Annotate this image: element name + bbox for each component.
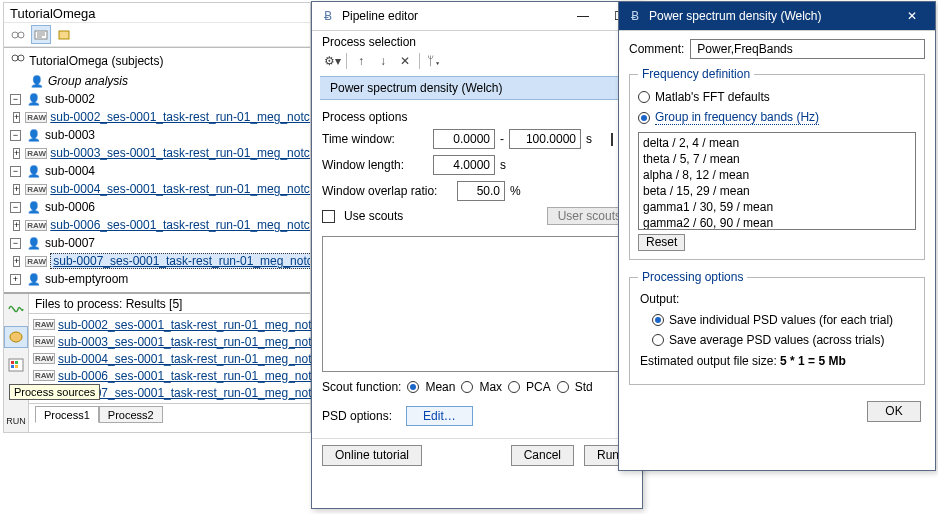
delete-icon[interactable]: ✕ [395,52,415,70]
svg-point-6 [10,332,22,342]
list-item[interactable]: RAWsub-0002_ses-0001_task-rest_run-01_me… [33,316,324,333]
toolbar-btn-3[interactable] [54,25,74,44]
matlab-fft-row[interactable]: Matlab's FFT defaults [638,87,916,107]
ok-button[interactable]: OK [867,401,921,422]
output-label: Output: [638,290,916,310]
freq-band-item[interactable]: delta / 2, 4 / mean [643,135,911,151]
toolbar-btn-1[interactable] [8,25,28,44]
expander-icon[interactable]: − [10,238,21,249]
toolbar-btn-2[interactable] [31,25,51,44]
edit-button[interactable]: Edit… [406,406,473,426]
tree-sub-0003-file[interactable]: + RAW sub-0003_ses-0001_task-rest_run-01… [10,144,310,162]
tree-sub-0007[interactable]: − 👤 sub-0007 [10,234,310,252]
process-timefreq-button[interactable] [4,354,28,376]
file-link[interactable]: sub-0004_ses-0001_task-rest_run-01_meg_n… [58,352,324,366]
time-start-input[interactable] [433,129,495,149]
list-item[interactable]: RAWsub-0006_ses-0001_task-rest_run-01_me… [33,367,324,384]
frequency-bands-list[interactable]: delta / 2, 4 / mean theta / 5, 7 / mean … [638,132,916,230]
comment-input[interactable] [690,39,925,59]
list-item[interactable]: RAWsub-0004_ses-0001_task-rest_run-01_me… [33,350,324,367]
online-tutorial-button[interactable]: Online tutorial [322,445,422,466]
time-end-input[interactable] [509,129,581,149]
subjects-header-label: TutorialOmega (subjects) [29,54,163,68]
output-individual-row[interactable]: Save individual PSD values (for each tri… [638,310,916,330]
subject-file-link[interactable]: sub-0007_ses-0001_task-rest_run-01_meg_n… [50,253,310,269]
expander-icon[interactable]: + [13,184,20,195]
tree-sub-0003[interactable]: − 👤 sub-0003 [10,126,310,144]
scout-max-radio[interactable] [461,381,473,393]
svg-rect-11 [15,365,18,368]
group-bands-row[interactable]: Group in frequency bands (Hz) [638,107,916,128]
file-link[interactable]: sub-0002_ses-0001_task-rest_run-01_meg_n… [58,318,324,332]
scout-std-radio[interactable] [557,381,569,393]
welch-titlebar[interactable]: Ƀ Power spectrum density (Welch) ✕ [619,2,935,31]
reset-button[interactable]: Reset [638,234,685,251]
subjects-tree[interactable]: 👤 Group analysis − 👤 sub-0002 + RAW sub-… [4,70,310,292]
process-sources-button[interactable] [4,326,28,348]
group-bands-radio[interactable] [638,112,650,124]
overlap-input[interactable] [457,181,505,201]
tab-process1[interactable]: Process1 [35,406,99,423]
expander-icon[interactable]: − [10,94,21,105]
pipeline-tree-icon[interactable]: ᛘ▾ [424,52,444,70]
freq-band-item[interactable]: beta / 15, 29 / mean [643,183,911,199]
pipeline-titlebar[interactable]: Ƀ Pipeline editor — ☐ [312,2,642,31]
matlab-fft-radio[interactable] [638,91,650,103]
tab-process2[interactable]: Process2 [99,406,163,423]
expander-icon[interactable]: + [10,274,21,285]
tree-sub-0006-file[interactable]: + RAW sub-0006_ses-0001_task-rest_run-01… [10,216,310,234]
processing-options-fieldset: Processing options Output: Save individu… [629,270,925,385]
tree-group-analysis[interactable]: 👤 Group analysis [10,72,310,90]
selected-process-item[interactable]: Power spectrum density (Welch) [320,76,634,100]
file-link[interactable]: sub-0003_ses-0001_task-rest_run-01_meg_n… [58,335,324,349]
freq-band-item[interactable]: alpha / 8, 12 / mean [643,167,911,183]
arrow-down-icon[interactable]: ↓ [373,52,393,70]
window-length-input[interactable] [433,155,495,175]
tree-sub-0006[interactable]: − 👤 sub-0006 [10,198,310,216]
all-checkbox[interactable] [611,133,613,146]
freq-band-item[interactable]: theta / 5, 7 / mean [643,151,911,167]
close-icon[interactable]: ✕ [897,7,927,25]
subject-label: sub-emptyroom [45,272,128,286]
subject-file-link[interactable]: sub-0002_ses-0001_task-rest_run-01_meg_n… [50,110,310,124]
use-scouts-checkbox[interactable] [322,210,335,223]
arrow-up-icon[interactable]: ↑ [351,52,371,70]
welch-title: Power spectrum density (Welch) [649,9,822,23]
output-average-radio[interactable] [652,334,664,346]
subject-file-link[interactable]: sub-0006_ses-0001_task-rest_run-01_meg_n… [50,218,310,232]
tree-sub-0004-file[interactable]: + RAW sub-0004_ses-0001_task-rest_run-01… [10,180,310,198]
file-link[interactable]: sub-0006_ses-0001_task-rest_run-01_meg_n… [58,369,324,383]
tree-sub-0002[interactable]: − 👤 sub-0002 [10,90,310,108]
expander-icon[interactable]: + [13,112,20,123]
raw-icon: RAW [33,319,55,330]
process-recordings-button[interactable] [4,298,28,320]
expander-icon[interactable]: + [13,220,20,231]
output-individual-radio[interactable] [652,314,664,326]
subject-file-link[interactable]: sub-0003_ses-0001_task-rest_run-01_meg_n… [50,146,310,160]
output-average-row[interactable]: Save average PSD values (across trials) [638,330,916,350]
minimize-icon[interactable]: — [568,7,598,25]
tree-emptyroom[interactable]: + 👤 sub-emptyroom [10,270,310,288]
svg-rect-8 [11,361,14,364]
expander-icon[interactable]: − [10,202,21,213]
scout-pca-radio[interactable] [508,381,520,393]
frequency-definition-fieldset: Frequency definition Matlab's FFT defaul… [629,67,925,260]
list-item[interactable]: RAWsub-0003_ses-0001_task-rest_run-01_me… [33,333,324,350]
tree-sub-0004[interactable]: − 👤 sub-0004 [10,162,310,180]
freq-band-item[interactable]: gamma1 / 30, 59 / mean [643,199,911,215]
expander-icon[interactable]: − [10,130,21,141]
gear-icon[interactable]: ⚙▾ [322,52,342,70]
scouts-list-box[interactable] [322,236,632,372]
expander-icon[interactable]: + [13,148,20,159]
freq-band-item[interactable]: gamma2 / 60, 90 / mean [643,215,911,230]
expander-icon[interactable]: − [10,166,21,177]
expander-icon[interactable]: + [13,256,20,267]
run-button[interactable]: RUN [4,410,28,432]
tree-sub-0002-file[interactable]: + RAW sub-0002_ses-0001_task-rest_run-01… [10,108,310,126]
tree-sub-0007-file[interactable]: + RAW sub-0007_ses-0001_task-rest_run-01… [10,252,310,270]
subject-file-link[interactable]: sub-0004_ses-0001_task-rest_run-01_meg_n… [50,182,310,196]
scout-mean-radio[interactable] [407,381,419,393]
cancel-button[interactable]: Cancel [511,445,574,466]
frequency-definition-legend: Frequency definition [638,67,754,81]
output-average-label: Save average PSD values (across trials) [669,333,884,347]
